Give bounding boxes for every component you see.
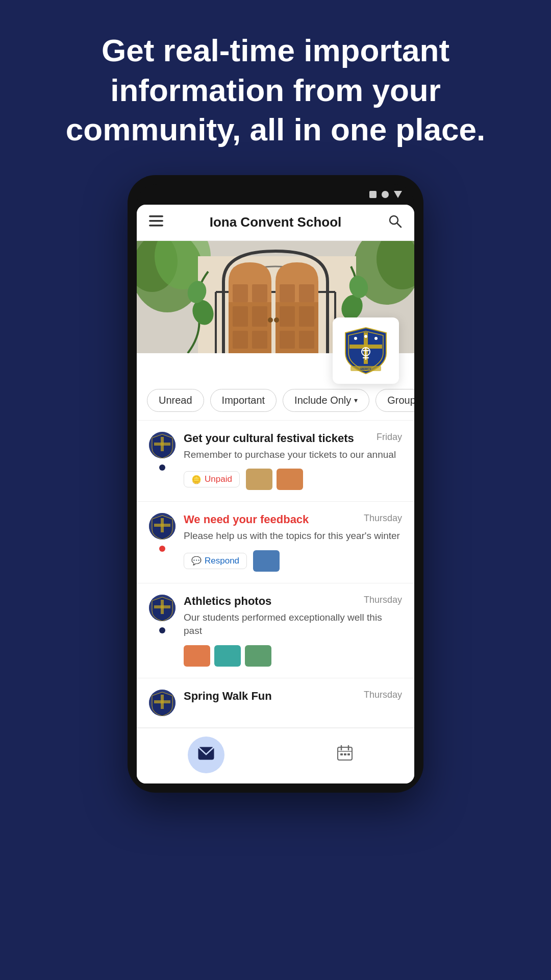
svg-rect-56 bbox=[154, 605, 170, 608]
unread-indicator bbox=[159, 627, 165, 633]
feed-item-tags-1: 🪙 Unpaid bbox=[184, 469, 402, 490]
feed-item-title-4: Spring Walk Fun bbox=[184, 690, 364, 703]
feed-item-date-4: Thursday bbox=[364, 690, 402, 700]
feed-item-content-4: Spring Walk Fun Thursday bbox=[184, 690, 402, 716]
thumbnail-5 bbox=[214, 645, 241, 667]
feed-item[interactable]: We need your feedback Thursday Please he… bbox=[137, 502, 414, 583]
status-icon-circle bbox=[382, 191, 389, 198]
svg-rect-21 bbox=[233, 331, 248, 349]
thumbnail-4 bbox=[184, 645, 210, 667]
feed-item-header-3: Athletics photos Thursday bbox=[184, 595, 402, 608]
feed-item-date-3: Thursday bbox=[364, 595, 402, 605]
feed-item[interactable]: Get your cultural festival tickets Frida… bbox=[137, 421, 414, 502]
thumbnail-2 bbox=[277, 469, 303, 490]
svg-rect-53 bbox=[154, 524, 170, 527]
phone-screen: Iona Convent School bbox=[137, 205, 414, 783]
svg-rect-66 bbox=[344, 753, 346, 755]
tag-respond[interactable]: 💬 Respond bbox=[184, 553, 247, 569]
feed-item-header-4: Spring Walk Fun Thursday bbox=[184, 690, 402, 703]
hamburger-menu-icon[interactable] bbox=[149, 215, 163, 230]
svg-rect-59 bbox=[154, 700, 170, 703]
svg-rect-0 bbox=[149, 215, 163, 217]
thumbnail-strip-2 bbox=[253, 550, 280, 572]
unread-indicator bbox=[159, 546, 165, 552]
svg-rect-65 bbox=[340, 753, 343, 755]
feed-item-content-2: We need your feedback Thursday Please he… bbox=[184, 513, 402, 572]
app-header: Iona Convent School bbox=[137, 205, 414, 241]
filter-groups[interactable]: Groups bbox=[375, 389, 414, 412]
svg-text:MERCY: MERCY bbox=[360, 368, 371, 371]
svg-rect-20 bbox=[252, 306, 267, 327]
avatar bbox=[149, 432, 176, 458]
svg-rect-18 bbox=[252, 284, 267, 302]
feed-item-title-2: We need your feedback bbox=[184, 513, 364, 526]
avatar bbox=[149, 690, 176, 716]
thumbnail-6 bbox=[245, 645, 271, 667]
svg-rect-19 bbox=[233, 306, 248, 327]
svg-rect-17 bbox=[233, 284, 248, 302]
status-icon-triangle bbox=[394, 191, 402, 198]
calendar-icon bbox=[337, 745, 353, 765]
nav-mail-button[interactable] bbox=[188, 737, 224, 773]
feed-item-date-2: Thursday bbox=[364, 513, 402, 524]
feed-item[interactable]: Athletics photos Thursday Our students p… bbox=[137, 583, 414, 678]
svg-rect-22 bbox=[252, 331, 267, 349]
thumbnail-strip-1 bbox=[246, 469, 303, 490]
credit-card-icon: 🪙 bbox=[191, 475, 202, 484]
search-icon[interactable] bbox=[388, 214, 402, 231]
svg-point-32 bbox=[274, 317, 279, 323]
svg-rect-27 bbox=[280, 306, 295, 327]
svg-point-43 bbox=[354, 337, 357, 340]
filter-include-only[interactable]: Include Only ▾ bbox=[283, 389, 369, 412]
unread-indicator bbox=[159, 464, 165, 471]
mail-icon bbox=[198, 746, 214, 764]
bottom-nav bbox=[137, 728, 414, 783]
feed-item-left-3 bbox=[149, 595, 176, 667]
feed-item-header-1: Get your cultural festival tickets Frida… bbox=[184, 432, 402, 445]
feed-item-preview-2: Please help us with the topics for this … bbox=[184, 529, 402, 543]
filter-unread[interactable]: Unread bbox=[147, 389, 204, 412]
banner-container: MERCY bbox=[137, 241, 414, 353]
svg-rect-1 bbox=[149, 220, 163, 222]
status-icon-square bbox=[369, 191, 377, 198]
thumbnail-strip-3 bbox=[184, 645, 271, 667]
feed-item-preview-3: Our students performed exceptionally wel… bbox=[184, 611, 402, 638]
phone-frame: Iona Convent School bbox=[128, 175, 423, 793]
feed-item-date-1: Friday bbox=[377, 432, 402, 443]
chevron-down-icon: ▾ bbox=[354, 396, 358, 404]
avatar bbox=[149, 595, 176, 621]
respond-icon: 💬 bbox=[191, 556, 202, 566]
svg-rect-2 bbox=[149, 225, 163, 227]
app-title: Iona Convent School bbox=[210, 214, 342, 230]
tag-unpaid[interactable]: 🪙 Unpaid bbox=[184, 471, 240, 487]
svg-rect-29 bbox=[280, 331, 295, 349]
svg-rect-67 bbox=[347, 753, 350, 755]
filter-important[interactable]: Important bbox=[210, 389, 277, 412]
svg-point-45 bbox=[374, 337, 378, 340]
nav-calendar-button[interactable] bbox=[327, 737, 363, 773]
feed-item-left-2 bbox=[149, 513, 176, 572]
status-bar bbox=[137, 184, 414, 205]
feed-item-title-1: Get your cultural festival tickets bbox=[184, 432, 377, 445]
thumbnail-1 bbox=[246, 469, 272, 490]
feed-item-tags-3 bbox=[184, 645, 402, 667]
svg-rect-25 bbox=[280, 284, 295, 302]
feed-item-preview-1: Remember to purchase your tickets to our… bbox=[184, 448, 402, 462]
feed-item-content-1: Get your cultural festival tickets Frida… bbox=[184, 432, 402, 491]
svg-rect-30 bbox=[299, 331, 314, 349]
svg-rect-50 bbox=[154, 443, 170, 446]
feed-item-tags-2: 💬 Respond bbox=[184, 550, 402, 572]
avatar bbox=[149, 513, 176, 540]
svg-rect-26 bbox=[299, 284, 314, 302]
feed: Get your cultural festival tickets Frida… bbox=[137, 421, 414, 728]
svg-line-4 bbox=[397, 223, 401, 227]
svg-rect-28 bbox=[299, 306, 314, 327]
thumbnail-3 bbox=[253, 550, 280, 572]
feed-item-left-4 bbox=[149, 690, 176, 716]
feed-item-header-2: We need your feedback Thursday bbox=[184, 513, 402, 526]
feed-item-content-3: Athletics photos Thursday Our students p… bbox=[184, 595, 402, 667]
feed-item[interactable]: Spring Walk Fun Thursday bbox=[137, 678, 414, 728]
school-logo-card: MERCY bbox=[333, 317, 399, 384]
svg-point-31 bbox=[268, 317, 273, 323]
feed-item-title-3: Athletics photos bbox=[184, 595, 364, 608]
